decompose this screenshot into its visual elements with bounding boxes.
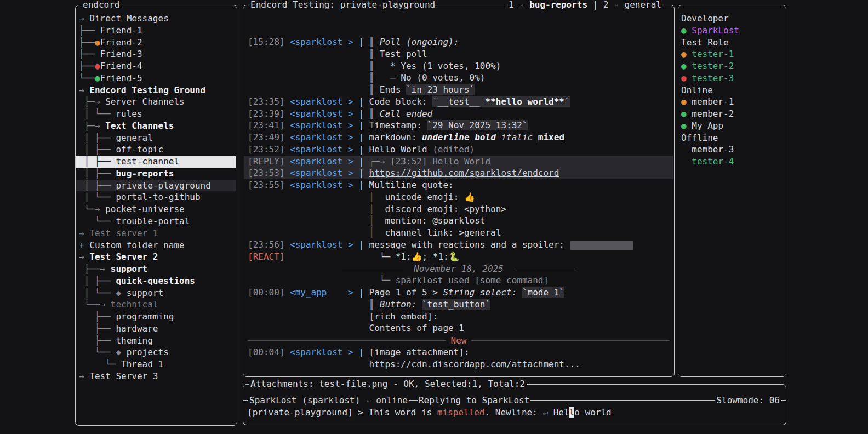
sidebar-item-thread-1[interactable]: └─ Thread 1 (76, 358, 236, 370)
sidebar-item-support[interactable]: │ └── ◆ support (76, 287, 236, 299)
member-name: My App (692, 121, 723, 131)
member-indent (681, 144, 692, 155)
sidebar-item-friend-5[interactable]: └──●Friend-5 (76, 72, 236, 84)
chat-message[interactable]: [REPLY] <sparklost > | ┌─→ [23:52] Hello… (244, 156, 673, 168)
tab-general[interactable]: | 2 - general (587, 0, 661, 10)
replying-indicator: Replying to SparkLost (418, 395, 530, 406)
chat-message[interactable]: [23:39] <sparklost > | ║ Call ended (244, 108, 673, 120)
member-tester-2[interactable]: ● tester-2 (681, 60, 784, 72)
sidebar-item-bug-reports[interactable]: │ ├── bug-reports (76, 168, 236, 180)
chat-message[interactable]: ║ – No (0 votes, 0%) (244, 72, 673, 84)
sidebar-item-off-topic[interactable]: │ ├── off-topic (76, 144, 236, 156)
chat-message[interactable]: │ mention: @sparklost (244, 215, 673, 227)
chat-message[interactable]: [23:41] <sparklost > | Timestamp: `29 No… (244, 119, 673, 132)
chat-message[interactable]: [rich embed]: (244, 311, 673, 323)
sidebar-item-test-server-1[interactable]: → Test server 1 (76, 227, 236, 239)
message-text: Hello World (369, 144, 433, 155)
chat-message[interactable]: Contents of page 1 (244, 322, 673, 334)
message-text: channel link: >general (380, 227, 501, 238)
sidebar-item-hardware[interactable]: ├── hardware (76, 323, 236, 335)
sidebar-item-quick-questions[interactable]: │ ├── quick-questions (76, 275, 236, 287)
sidebar-item-custom-folder-name[interactable]: + Custom folder name (76, 239, 236, 252)
sidebar-item-test-server-2[interactable]: → Test Server 2 (76, 251, 236, 263)
sidebar-item-direct-messages[interactable]: → Direct Messages (76, 13, 236, 25)
message-link[interactable]: https://cdn.discordapp.com/attachment... (369, 359, 580, 369)
chat-message[interactable]: [15:28] <sparklost > | ║ Poll (ongoing): (244, 36, 673, 48)
chat-message[interactable]: [23:35] <sparklost > | Code block: `__te… (244, 96, 673, 108)
spoiler-block[interactable] (570, 241, 633, 250)
tab-bug-reports[interactable]: bug-reports (529, 0, 587, 10)
member-tester-1[interactable]: ● tester-1 (681, 48, 784, 60)
member-indent (681, 156, 692, 167)
chat-message[interactable]: [23:55] <sparklost > | Multiline quote: (244, 179, 673, 191)
chat-message[interactable]: │ unicode emoji: 👍 (244, 191, 673, 203)
chat-message[interactable]: ║ Test poll (244, 48, 673, 60)
sidebar-item-private-playground[interactable]: │ ├── private-playground (76, 180, 236, 192)
member-sparklost[interactable]: ● SparkLost (681, 25, 784, 37)
chat-message[interactable]: [23:49] <sparklost > | markdown: underli… (244, 132, 673, 144)
chat-message[interactable]: ║ * Yes (1 votes, 100%) (244, 60, 673, 72)
sidebar-item-label: Custom folder name (89, 240, 184, 250)
member-tester-4[interactable]: tester-4 (681, 156, 784, 168)
sidebar-item-programming[interactable]: ├── programming (76, 311, 236, 323)
sidebar-item-friend-3[interactable]: ├── Friend-3 (76, 48, 236, 60)
author-name: <sparklost > (290, 347, 353, 357)
chat-message[interactable]: https://cdn.discordapp.com/attachment... (244, 358, 673, 370)
sidebar-item-portal-to-github[interactable]: │ └── portal-to-github (76, 191, 236, 203)
sidebar-item-label: portal-to-github (116, 192, 200, 202)
chat-message[interactable]: [23:56] <sparklost > | message with reac… (244, 239, 673, 251)
inline-code: **hello world** (485, 96, 564, 107)
tree-branch-icon: → (79, 13, 89, 24)
sidebar-item-pocket-universe[interactable]: └─→ pocket-universe (76, 203, 236, 215)
message-text: [image attachment]: (369, 347, 470, 357)
sidebar-item-rules[interactable]: │ └── rules (76, 108, 236, 120)
chat-message[interactable]: [23:52] <sparklost > | Hello World (edit… (244, 144, 673, 156)
sidebar-item-server-channels[interactable]: ├─→ Server Channels (76, 96, 236, 108)
sidebar-item-friend-4[interactable]: ├──●Friend-4 (76, 60, 236, 72)
chat-message[interactable]: │ discord emoji: <python> (244, 203, 673, 215)
member-member-3[interactable]: member-3 (681, 144, 784, 156)
sidebar-item-technical[interactable]: └──→ technical (76, 299, 236, 311)
member-my-app[interactable]: ● My App (681, 120, 784, 132)
sidebar-item-test-server-3[interactable]: → Test Server 3 (76, 370, 236, 382)
tree-branch-icon: ├── (79, 323, 116, 334)
sidebar-item-friend-1[interactable]: ├── Friend-1 (76, 25, 236, 37)
sidebar-item-label: support (127, 288, 163, 298)
member-member-1[interactable]: ● member-1 (681, 96, 784, 108)
author-name: <sparklost > (290, 156, 353, 167)
sidebar-item-support[interactable]: ├──→ support (76, 263, 236, 275)
sidebar-item-trouble-portal[interactable]: └── trouble-portal (76, 215, 236, 227)
chat-message[interactable]: ║ Button: `test_button` (244, 299, 673, 311)
sidebar-item-label: support (111, 264, 147, 274)
sidebar-item-label: pocket-universe (105, 204, 185, 214)
chat-message[interactable]: [00:00] <my_app > | Page 1 of 5 > String… (244, 287, 673, 299)
tree-branch-icon: → (79, 228, 89, 238)
channel-tabs[interactable]: 1 - bug-reports | 2 - general (507, 1, 663, 9)
sidebar-item-label: test-channel (116, 156, 179, 167)
status-dot-red: ● (95, 61, 100, 71)
chat-message[interactable]: ║ Ends `in 23 hours` (244, 84, 673, 96)
message-text (517, 287, 522, 298)
chat-message[interactable]: │ channel link: >general (244, 227, 673, 239)
tree-branch-icon: ├── (79, 335, 116, 346)
chat-message[interactable]: └─ sparklost used [some command] (244, 275, 673, 287)
sidebar-item-endcord-testing-ground[interactable]: → Endcord Testing Ground (76, 84, 236, 96)
message-link[interactable]: https://github.com/sparklost/endcord (369, 168, 559, 178)
divider-line (514, 269, 575, 269)
author-name: <sparklost > (290, 239, 353, 250)
sidebar-item-projects[interactable]: └── ◆ projects (76, 346, 236, 358)
sidebar-item-theming[interactable]: ├── theming (76, 335, 236, 347)
sidebar-item-friend-2[interactable]: ├──●Friend-2 (76, 37, 236, 49)
chat-message[interactable]: [00:04] <sparklost > | [image attachment… (244, 346, 673, 358)
sidebar-item-general[interactable]: │ ├── general (76, 132, 236, 144)
sidebar-item-test-channel[interactable]: │ ├── test-channel (76, 156, 236, 168)
chat-title: Endcord Testing: private-playground (249, 1, 437, 9)
sidebar-item-text-channels[interactable]: ├─→ Text Channels (76, 120, 236, 132)
chat-message[interactable]: [23:53] <sparklost > | https://github.co… (244, 167, 673, 179)
member-member-2[interactable]: ● member-2 (681, 108, 784, 120)
sidebar-item-label: private-playground (116, 180, 210, 191)
user-status: SparkLost (sparklost) - online (248, 395, 409, 406)
chat-message[interactable]: [REACT]└─ *1:👍; *1:🐍 (244, 251, 673, 263)
message-input[interactable]: [private-playground] > This word is misp… (247, 407, 782, 419)
member-tester-3[interactable]: ● tester-3 (681, 72, 784, 84)
